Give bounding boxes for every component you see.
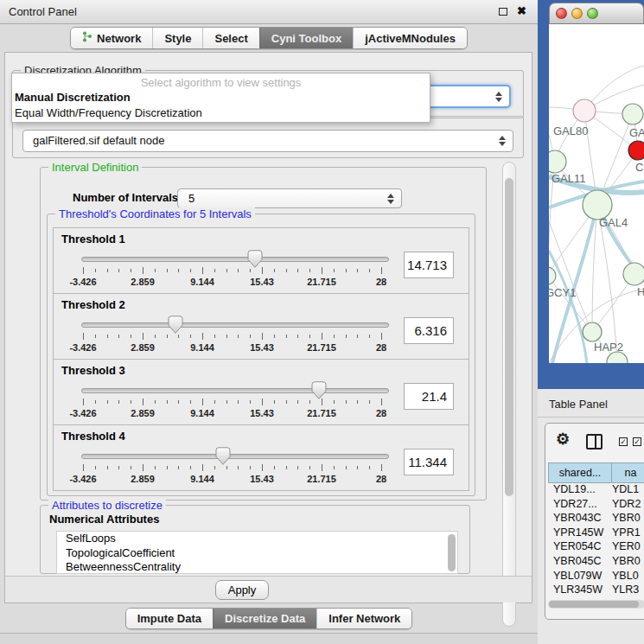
slider-tick [83,399,84,405]
cell-shared-name: YPR145W [548,526,612,539]
tab-cyni-toolbox[interactable]: Cyni Toolbox [259,28,353,48]
slider-tick [118,335,119,338]
table-row[interactable]: YBL079WYBL0 [548,570,644,584]
threshold-value-field[interactable]: 14.713 [404,252,454,278]
slider-track [81,322,389,328]
table-row[interactable]: YLR345WYLR3 [548,583,644,598]
slider-tick [274,400,275,404]
network-node-hap2[interactable] [583,322,602,341]
table-column-header[interactable]: shared... [548,462,612,483]
gear-icon[interactable]: ⚙ [556,430,570,448]
checkbox-icon[interactable]: ✓ [619,437,628,446]
slider-tick-label: 28 [376,277,386,287]
slider-thumb[interactable] [247,250,263,272]
dropdown-option-manual[interactable]: Manual Discretization [12,89,430,105]
tab-style[interactable]: Style [152,28,202,48]
slider-tick [369,400,370,404]
tab-jactivemnodules[interactable]: jActiveMNodules [353,28,467,48]
table-row[interactable]: YER054CYER0 [548,540,644,555]
slider-tick [131,400,131,404]
tab-impute-data[interactable]: Impute Data [126,609,213,628]
close-icon[interactable]: ✖ [517,4,526,17]
table-data-select[interactable]: galFiltered.sif default node [22,130,513,152]
slider-track [81,257,389,262]
threshold-slider-2[interactable]: -3.4262.8599.14415.4321.71528 [81,317,389,357]
threshold-panel-1: Threshold 1-3.4262.8599.14415.4321.71528… [53,227,469,294]
settings-scroll-pane: Interval Definition Number of Intervals … [12,162,524,628]
zoom-light-green[interactable] [587,8,598,19]
table-hscrollbar[interactable] [548,600,644,609]
slider-tick [250,400,251,404]
slider-tick [95,269,96,272]
slider-tick [131,335,131,338]
tab-network[interactable]: Network [71,28,152,48]
slider-tick-label: 2.859 [131,342,155,353]
slider-tick [369,269,370,272]
threshold-slider-4[interactable]: -3.4262.8599.14415.4321.71528 [81,449,389,488]
table-column-header[interactable]: na [612,462,644,483]
table-row[interactable]: YBR043CYBR0 [548,512,644,526]
network-node-label: GAL80 [553,124,588,137]
table-row[interactable]: YPR145WYPR1 [548,526,644,541]
slider-thumb[interactable] [215,447,231,469]
network-canvas[interactable]: GAL80GACGAL11GAL4GCY1HHAP2 [549,24,644,363]
apply-button[interactable]: Apply [215,580,269,600]
slider-tick [214,335,215,338]
threshold-value-field[interactable]: 6.316 [404,317,454,344]
list-scrollbar-thumb[interactable] [448,534,456,571]
network-node-gal80[interactable] [573,99,596,122]
slider-tick [369,466,370,469]
slider-thumb[interactable] [168,316,183,338]
columns-icon[interactable] [586,434,603,450]
panel-scrollbar-thumb[interactable] [505,178,513,496]
tab-infer-network[interactable]: Infer Network [316,609,411,628]
threshold-value-field[interactable]: 21.4 [404,383,454,410]
slider-tick-label: 2.859 [131,277,155,287]
network-node-gal11[interactable] [549,150,566,173]
network-node-c[interactable] [628,141,644,160]
slider-tick [131,269,131,272]
table-panel-title: Table Panel [549,398,608,411]
cell-shared-name: YBR043C [548,512,612,524]
network-node-gcy1[interactable] [549,267,556,284]
minimize-light-yellow[interactable] [571,8,583,19]
tab-select[interactable]: Select [202,28,258,48]
network-view-window: GAL80GACGAL11GAL4GCY1HHAP2 [538,0,644,389]
slider-tick [202,399,203,405]
threshold-value-field[interactable]: 11.344 [404,449,454,475]
threshold-slider-1[interactable]: -3.4262.8599.14415.4321.71528 [81,252,389,291]
slider-tick [226,269,227,272]
slider-tick [95,335,96,338]
threshold-panel-2: Threshold 2-3.4262.8599.14415.4321.71528… [53,293,469,360]
top-tab-strip: NetworkStyleSelectCyni ToolboxjActiveMNo… [0,27,538,49]
apply-bar: Apply [5,576,532,603]
network-node-h[interactable] [623,263,644,285]
number-of-intervals-select[interactable]: 5 [177,188,402,208]
table-hscrollbar-thumb[interactable] [549,601,639,608]
attribute-list-item[interactable]: BetweennessCentrality [57,560,457,574]
network-node-gal4[interactable] [583,190,612,220]
table-row[interactable]: YDL19...YDL1 [548,483,644,498]
slider-tick [250,466,251,469]
slider-tick [118,269,119,272]
numerical-attributes-list: SelfLoopsTopologicalCoefficientBetweenne… [56,531,458,574]
float-window-icon[interactable] [499,8,507,16]
network-window-titlebar[interactable] [549,3,644,24]
network-node-ga[interactable] [622,104,643,124]
attribute-list-item[interactable]: TopologicalCoefficient [57,546,457,561]
slider-tick [274,466,275,469]
slider-tick-label: 21.715 [307,474,336,484]
slider-tick [167,269,168,272]
network-icon [82,31,92,45]
tab-discretize-data[interactable]: Discretize Data [213,609,316,628]
close-light-red[interactable] [556,8,567,19]
dropdown-option-equal-width[interactable]: Equal Width/Frequency Discretization [12,105,430,120]
checkbox-icon[interactable]: ✓ [633,437,641,446]
panel-scrollbar[interactable] [502,162,516,627]
table-row[interactable]: YDR27...YDR2 [548,498,644,513]
slider-tick [381,399,382,405]
attribute-list-item[interactable]: SelfLoops [57,532,457,546]
slider-thumb[interactable] [311,381,327,404]
table-row[interactable]: YBR045CYBR0 [548,555,644,570]
threshold-slider-3[interactable]: -3.4262.8599.14415.4321.71528 [81,383,389,423]
